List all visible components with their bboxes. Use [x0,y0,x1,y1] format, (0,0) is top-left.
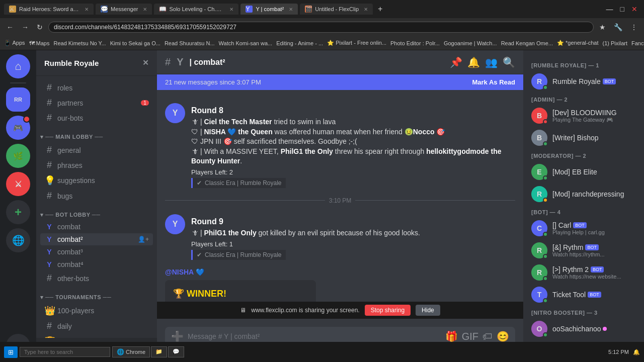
channel-combat[interactable]: Y combat [40,221,153,233]
taskbar-chrome[interactable]: 🌐 Chrome [112,346,150,357]
channel-general[interactable]: # general [40,143,153,157]
stop-sharing-button[interactable]: Stop sharing [365,305,411,316]
extensions-button[interactable]: 🔧 [611,22,625,32]
member-rumble-royale[interactable]: R Rumble Royale BOT [527,70,640,93]
new-tab-button[interactable]: + [375,4,385,15]
minimize-button[interactable]: — [604,4,616,14]
classic-shield-icon: ✔ [197,179,202,187]
member-ranchdepressing[interactable]: R [Mod] ranchdepressing [527,183,640,205]
tab-4[interactable]: Y Y | combat² ✕ [240,4,298,15]
start-button[interactable]: ⊞ [4,346,18,358]
y-channel-icon: Y [177,56,183,68]
bookmark-fancy[interactable]: Fancy [631,40,644,46]
tab-2[interactable]: 💬 Messenger ✕ [96,4,152,15]
explore-server-icon[interactable]: 🌐 [6,228,30,252]
member-category-bot: [BOT] — 4 [527,205,640,217]
channel-roles[interactable]: # roles [40,80,153,95]
bookmark-editing[interactable]: Editing - Anime - ... [276,40,323,46]
message-group-round9: Y Round 9 🗡 | PhilG1 the Only got killed… [165,211,515,262]
member-carl[interactable]: C [] Carl BOT Playing Help | carl.gg [527,217,640,239]
bot-lobby-label[interactable]: ▾ ── BOT LOBBY ── [40,212,153,218]
member-list: [RUMBLE ROYALE] — 1 R Rumble Royale BOT … [523,50,644,362]
separator-line-right [355,200,515,201]
tab-2-close[interactable]: ✕ [143,7,147,12]
bell-icon[interactable]: 🔔 [467,56,480,68]
bookmark-photoeditor[interactable]: Photo Editor : Polr... [390,40,440,46]
emoji-icon[interactable]: 😊 [497,330,509,342]
round8-classic-tag: ✔ Classic Era | Rumble Royale [191,178,286,188]
taskbar-search[interactable] [20,347,110,357]
bookmark-kimetsu[interactable]: Read Kimetsu No Y... [54,40,106,46]
channel-combat2[interactable]: Y combat² 👤+ [40,233,153,245]
bookmark-komi[interactable]: Watch Komi-san wa... [219,40,273,46]
channel-phrases[interactable]: # phrases [40,158,153,172]
channel-combat4[interactable]: Y combat⁴ [40,258,153,270]
close-button[interactable]: ✕ [629,4,640,14]
messages-area[interactable]: Y Round 8 🗡 | Ciel the Tech Master tried… [157,90,523,302]
bookmark-apps[interactable]: 📱 Apps [4,40,25,46]
channel-our-bots[interactable]: # our-bots [40,111,153,125]
tab-4-close[interactable]: ✕ [289,7,293,12]
forward-button[interactable]: → [19,22,31,32]
channel-combat3[interactable]: Y combat³ [40,246,153,258]
member-ticket-tool[interactable]: T Ticket Tool BOT [527,284,640,306]
channel-name-our-bots: our-bots [57,114,149,122]
tournaments-label[interactable]: ▾ ── TOURNAMENTS ── [40,294,153,301]
add-server-icon[interactable]: + [6,200,30,224]
tab-3-close[interactable]: ✕ [229,7,233,12]
member-category-rumble: [RUMBLE ROYALE] — 1 [527,58,640,70]
member-eb-elite[interactable]: E [Mod] EB Elite [527,161,640,183]
bookmark-kimi[interactable]: Kimi to Sekai ga O... [110,40,160,46]
bookmark-kengan[interactable]: Read Kengan Ome... [501,40,553,46]
channel-bugs[interactable]: # bugs [40,189,153,203]
gift-icon[interactable]: 🎁 [445,330,458,342]
channel-suggestions[interactable]: 💡 suggestions [40,173,153,188]
server-icon-4[interactable]: ⚔ [6,172,30,196]
channel-name-phrases: phrases [57,161,149,169]
bookmark-gogoanime[interactable]: Gogoanime | Watch... [444,40,497,46]
home-server-icon[interactable]: ⌂ [6,54,30,78]
bookmark-button[interactable]: ★ [597,22,608,32]
address-input[interactable] [48,22,594,33]
gif-icon[interactable]: GIF [462,331,478,342]
taskbar-discord[interactable]: 💬 [168,346,184,357]
member-bloodwiing[interactable]: B [Dev] BLOODWIING Playing The Gateway 🎮 [527,105,640,127]
server-name-header[interactable]: Rumble Royale ✕ [36,50,157,76]
bookmark-shuuratsu[interactable]: Read Shuuratsu N... [165,40,215,46]
refresh-button[interactable]: ↻ [34,22,45,32]
back-button[interactable]: ← [4,22,16,32]
main-lobby-label[interactable]: ▾ ── MAIN LOBBY ── [40,134,153,140]
member-rythm[interactable]: R [&] Rythm BOT Watch https://rythm... [527,239,640,261]
tab-5[interactable]: 🎬 Untitled - FlexClip ✕ [300,4,373,15]
channel-daily[interactable]: # daily [40,319,153,333]
tab-1-close[interactable]: ✕ [85,7,89,12]
bookmark-pixilart2[interactable]: (1) Pixilart [603,40,628,46]
channel-partners[interactable]: # partners 1 [40,96,153,110]
maximize-button[interactable]: □ [618,4,627,14]
tab-3[interactable]: 📖 Solo Leveling - Ch.037 ✕ [154,4,238,15]
mark-as-read-button[interactable]: Mark As Read [472,78,516,86]
member-rythm2[interactable]: R [>] Rythm 2 BOT Watch https://new webs… [527,261,640,284]
bookmark-general-chat[interactable]: ⭐ *general-chat [557,40,599,46]
channel-100-players[interactable]: 👑 100-players [40,303,153,318]
server-icon-3[interactable]: 🌿 [6,144,30,168]
member-bishop[interactable]: B [Writer] Bishop [527,127,640,149]
pin-icon[interactable]: 📌 [450,56,462,68]
add-member-icon[interactable]: 👤+ [138,236,149,243]
members-icon[interactable]: 👥 [485,56,498,68]
tab-5-close[interactable]: ✕ [364,7,368,12]
search-icon[interactable]: 🔍 [503,56,515,68]
server-icon-2[interactable]: 🎮 [6,116,30,140]
add-file-icon[interactable]: ➕ [171,330,184,342]
tab-1[interactable]: ⚔ Raid Heroes: Sword and Magic ... ✕ [4,4,94,15]
settings-button[interactable]: ⋮ [628,22,640,32]
rumble-royale-server-icon[interactable]: RR [6,87,30,112]
sticker-icon[interactable]: 🏷 [482,331,493,342]
bookmark-maps[interactable]: 🗺 Maps [29,40,50,46]
member-oo-sachichanoo[interactable]: O ooSachichanoo [527,318,640,340]
channel-other-bots[interactable]: # other-bots [40,271,153,286]
bookmark-pixilart[interactable]: ⭐ Pixilart - Free onlin... [327,40,386,46]
hide-button[interactable]: Hide [416,305,440,316]
channel-weekly[interactable]: 🏆 weekly [40,334,153,338]
taskbar-explorer[interactable]: 📁 [151,346,167,357]
